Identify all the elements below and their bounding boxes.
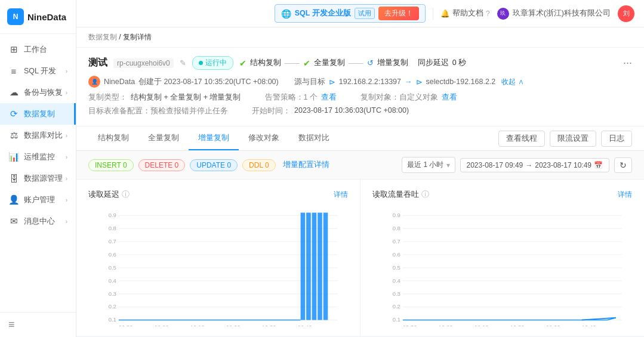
full-check-icon: ✔ — [303, 58, 310, 68]
sidebar: N NineData ⊞ 工作台 ≡ SQL 开发 › ☁ 备份与恢复 › ⟳ … — [0, 0, 76, 337]
time-range-display[interactable]: 2023-08-17 09:49 → 2023-08-17 10:49 📅 — [460, 158, 610, 172]
alert-label: 告警策略：1 个 — [265, 92, 318, 103]
sidebar-bottom: ≡ — [0, 312, 76, 337]
create-time: 创建于 2023-08-17 10:35:20(UTC +08:00) — [138, 77, 279, 87]
sidebar-item-message[interactable]: ✉ 消息中心 › — [0, 211, 76, 232]
task-meta-row2: 目标表准备配置：预检查报错并停止任务 开始时间： 2023-08-17 10:3… — [88, 106, 632, 116]
sidebar-item-account[interactable]: 👤 账户管理 › — [0, 189, 76, 211]
user-avatar[interactable]: 刘 — [618, 5, 634, 22]
svg-text:0.2: 0.2 — [109, 303, 116, 310]
svg-text:0.7: 0.7 — [393, 238, 400, 245]
more-options-btn[interactable]: ··· — [623, 57, 632, 69]
time-selector: 最近 1 小时 ▾ 2023-08-17 09:49 → 2023-08-17 … — [402, 157, 632, 173]
refresh-button[interactable]: ↻ — [614, 157, 632, 173]
right-chart-container: 0.9 0.8 0.7 0.6 0.5 0.4 0.3 0.2 0.1 — [372, 207, 632, 326]
sidebar-label-backup: 备份与恢复 — [24, 88, 66, 98]
left-chart-detail[interactable]: 详情 — [334, 190, 348, 200]
edit-icon[interactable]: ✎ — [180, 58, 186, 67]
meta-target-table: 目标表准备配置：预检查报错并停止任务 — [88, 106, 228, 116]
sidebar-label-data-compare: 数据库对比 — [24, 131, 66, 141]
tab-full[interactable]: 全量复制 — [138, 126, 189, 150]
tab-data-compare[interactable]: 数据对比 — [289, 126, 339, 150]
sidebar-item-data-replication[interactable]: ⟳ 数据复制 — [0, 103, 76, 125]
svg-text:0.9: 0.9 — [109, 212, 116, 218]
chevron-down-icon: ▾ — [446, 161, 450, 169]
sql-badge: 🌐 SQL 开发企业版 试用 去升级！ — [275, 4, 426, 23]
sidebar-item-data-compare[interactable]: ⚖ 数据库对比 › — [0, 125, 76, 146]
logo-text: NineData — [27, 12, 66, 22]
sidebar-item-sql-dev[interactable]: ≡ SQL 开发 › — [0, 60, 76, 82]
tab-modify-obj[interactable]: 修改对象 — [239, 126, 289, 150]
sidebar-item-datasource[interactable]: 🗄 数据源管理 › — [0, 168, 76, 189]
svg-text:09:50: 09:50 — [119, 324, 133, 326]
tab-struct[interactable]: 结构复制 — [88, 126, 138, 150]
chevron-icon: › — [66, 218, 67, 225]
sidebar-icon-message: ✉ — [8, 216, 19, 227]
task-id: rp-cuugxehoi6v0 — [113, 58, 174, 68]
svg-text:0.8: 0.8 — [109, 225, 116, 231]
replica-obj-link[interactable]: 查看 — [442, 92, 457, 103]
action-limit-settings[interactable]: 限流设置 — [550, 131, 596, 147]
right-chart-panel: 读取流量吞吐 ⓘ 详情 0.9 0.8 0.7 0.6 0.5 0.4 0.3 — [360, 180, 644, 336]
time-select-dropdown[interactable]: 最近 1 小时 ▾ — [402, 157, 455, 173]
sidebar-icon-data-compare: ⚖ — [8, 130, 19, 141]
help-link[interactable]: 🔔 帮助文档 ? — [440, 8, 490, 18]
incremental-icon: ↺ — [367, 58, 374, 67]
sidebar-label-data-replication: 数据复制 — [24, 109, 66, 119]
replication-type-value: 结构复制 + 全量复制 + 增量复制 — [131, 92, 241, 103]
calendar-icon: 📅 — [594, 161, 603, 169]
chevron-icon: › — [66, 175, 67, 182]
svg-text:0.1: 0.1 — [109, 316, 116, 323]
upgrade-button[interactable]: 去升级！ — [378, 7, 419, 20]
right-info-icon[interactable]: ⓘ — [421, 189, 429, 200]
sidebar-menu: ⊞ 工作台 ≡ SQL 开发 › ☁ 备份与恢复 › ⟳ 数据复制 ⚖ 数据库对… — [0, 34, 76, 312]
chevron-icon: › — [66, 197, 67, 203]
tab-incremental[interactable]: 增量复制 — [189, 126, 239, 150]
time-range-start: 2023-08-17 09:49 — [467, 161, 523, 169]
incremental-config-link[interactable]: 增量配置详情 — [283, 160, 329, 170]
source-icon: ⊳ — [329, 78, 335, 86]
breadcrumb-current: 复制详情 — [123, 33, 152, 41]
breadcrumb-parent[interactable]: 数据复制 — [88, 33, 117, 41]
chevron-icon: › — [66, 132, 67, 139]
meta-start-time: 开始时间： 2023-08-17 10:36:03(UTC +08:00) — [252, 106, 409, 116]
sidebar-collapse-btn[interactable]: ≡ — [8, 319, 67, 331]
op-badge-ddl: DDL 0 — [242, 159, 276, 171]
status-label: 运行中 — [205, 58, 227, 68]
svg-text:10:20: 10:20 — [510, 324, 525, 326]
left-chart-header: 读取延迟 ⓘ 详情 — [88, 189, 348, 200]
company-info: 玖 玖章算术(浙江)科技有限公司 — [497, 8, 611, 20]
svg-text:09:50: 09:50 — [403, 324, 417, 326]
start-time-label: 开始时间： — [252, 106, 291, 116]
sidebar-item-workbench[interactable]: ⊞ 工作台 — [0, 39, 76, 60]
full-label: 全量复制 — [314, 58, 345, 68]
alert-link[interactable]: 查看 — [321, 92, 337, 103]
sidebar-icon-account: 👤 — [8, 194, 19, 205]
sidebar-label-sql-dev: SQL 开发 — [24, 66, 66, 76]
logo-icon: N — [7, 8, 24, 25]
topbar: 🌐 SQL 开发企业版 试用 去升级！ 🔔 帮助文档 ? 玖 玖章算术(浙江)科… — [76, 0, 644, 27]
status-badge: 运行中 — [192, 56, 233, 70]
sidebar-item-ops-monitor[interactable]: 📊 运维监控 › — [0, 146, 76, 168]
svg-text:10:10: 10:10 — [474, 324, 489, 326]
sidebar-label-datasource: 数据源管理 — [24, 174, 66, 184]
globe-icon: 🌐 — [281, 9, 291, 18]
source-ip: 192.168.2.2:13397 — [339, 78, 401, 86]
source-label: 源与目标 — [294, 77, 325, 87]
op-badge-insert: INSERT 0 — [88, 159, 134, 171]
action-view-process[interactable]: 查看线程 — [498, 131, 545, 147]
svg-text:0.3: 0.3 — [393, 290, 400, 297]
trial-tag: 试用 — [355, 8, 375, 19]
right-chart-detail[interactable]: 详情 — [618, 190, 632, 200]
company-name: 玖章算术(浙江)科技有限公司 — [513, 8, 611, 18]
action-log[interactable]: 日志 — [601, 131, 632, 147]
left-info-icon[interactable]: ⓘ — [122, 189, 130, 200]
arrow1: —— — [285, 59, 300, 67]
sidebar-label-account: 账户管理 — [24, 195, 66, 205]
sidebar-item-backup[interactable]: ☁ 备份与恢复 › — [0, 82, 76, 103]
struct-check-icon: ✔ — [239, 58, 246, 68]
content-area: 数据复制 / 复制详情 测试 rp-cuugxehoi6v0 ✎ 运行中 ✔ 结… — [76, 27, 644, 337]
task-header: 测试 rp-cuugxehoi6v0 ✎ 运行中 ✔ 结构复制 —— ✔ 全量复… — [76, 48, 644, 126]
collapse-btn[interactable]: 收起 ∧ — [501, 77, 523, 87]
left-chart-container: 0.9 0.8 0.7 0.6 0.5 0.4 0.3 0.2 0.1 — [88, 207, 348, 326]
